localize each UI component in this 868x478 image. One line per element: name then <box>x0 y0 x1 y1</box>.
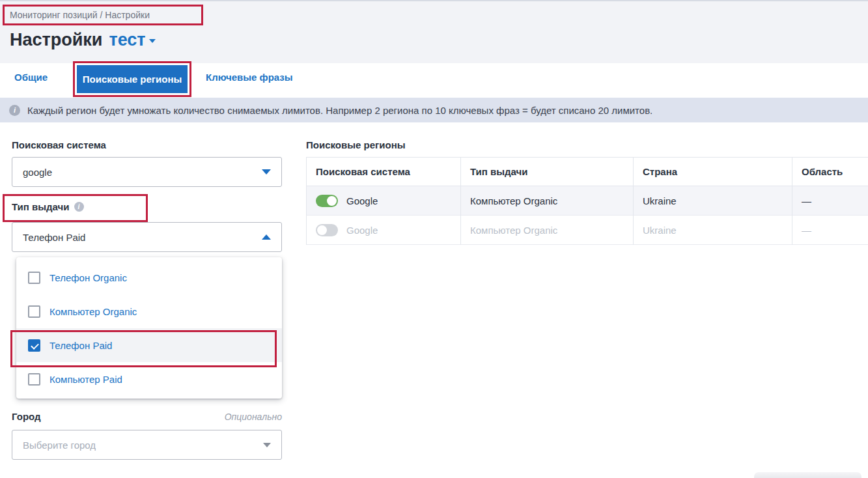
tab-search-regions[interactable]: Поисковые регионы <box>77 65 188 93</box>
info-icon[interactable] <box>74 202 84 212</box>
city-select[interactable]: Выберите город <box>12 430 282 460</box>
checkbox-unchecked[interactable] <box>28 272 40 284</box>
chevron-up-icon <box>262 234 271 240</box>
page-title-text: Настройки <box>10 30 102 49</box>
annotation-box-breadcrumb: Мониторинг позиций / Настройки <box>3 5 203 25</box>
tab-bar: Общие Поисковые регионы Ключевые фразы <box>0 63 868 98</box>
breadcrumb[interactable]: Мониторинг позиций / Настройки <box>5 10 150 20</box>
option-label: Телефон Organic <box>49 272 127 283</box>
engine-name: Google <box>346 225 378 236</box>
country-cell: Ukraine <box>634 216 792 245</box>
regions-table-heading: Поисковые регионы <box>306 139 406 150</box>
serp-type-select[interactable]: Телефон Paid <box>12 222 282 252</box>
serp-type-cell: Компьютер Organic <box>461 186 634 216</box>
tab-general[interactable]: Общие <box>14 72 48 83</box>
option-label: Компьютер Organic <box>49 306 137 317</box>
toggle-knob <box>327 196 337 206</box>
info-icon <box>9 105 20 116</box>
widget-edge <box>754 472 861 478</box>
dropdown-option-phone-organic[interactable]: Телефон Organic <box>16 260 282 294</box>
info-banner-text: Каждый регион будет умножать количество … <box>27 105 652 116</box>
table-row: Google Компьютер Organic Ukraine — <box>307 216 868 245</box>
serp-type-value: Телефон Paid <box>23 232 262 243</box>
checkbox-unchecked[interactable] <box>28 373 40 386</box>
regions-table: Поисковая система Тип выдачи Страна Обла… <box>306 157 868 245</box>
table-row: Google Компьютер Organic Ukraine — <box>307 186 868 216</box>
tab-key-phrases[interactable]: Ключевые фразы <box>206 72 293 83</box>
dropdown-option-desktop-organic[interactable]: Компьютер Organic <box>16 294 282 328</box>
region-cell: — <box>792 216 868 245</box>
chevron-down-icon <box>262 169 271 175</box>
serp-type-cell: Компьютер Organic <box>461 216 634 245</box>
column-header-region: Область <box>792 158 868 186</box>
region-cell: — <box>792 186 868 216</box>
search-engine-value: google <box>23 167 262 178</box>
chevron-down-icon <box>149 39 156 43</box>
annotation-box-selected-option <box>10 330 277 367</box>
toggle-off[interactable] <box>316 224 338 236</box>
toggle-knob <box>317 225 327 235</box>
serp-type-dropdown: Телефон Organic Компьютер Organic Телефо… <box>16 257 282 399</box>
column-header-engine: Поисковая система <box>307 158 461 186</box>
chevron-down-icon <box>263 443 271 447</box>
city-placeholder: Выберите город <box>23 440 263 451</box>
option-label: Компьютер Paid <box>49 374 122 385</box>
column-header-serp-type: Тип выдачи <box>461 158 634 186</box>
annotation-box-active-tab: Поисковые регионы <box>73 61 191 97</box>
table-header-row: Поисковая система Тип выдачи Страна Обла… <box>307 158 868 186</box>
search-engine-label: Поисковая система <box>12 139 106 150</box>
regions-table-container: Поисковая система Тип выдачи Страна Обла… <box>306 157 868 245</box>
search-engine-select[interactable]: google <box>12 157 282 187</box>
optional-hint: Опционально <box>225 412 282 422</box>
city-field-header: Город Опционально <box>12 411 282 422</box>
column-header-country: Страна <box>634 158 792 186</box>
engine-name: Google <box>346 195 378 206</box>
country-cell: Ukraine <box>634 186 792 216</box>
info-banner: Каждый регион будет умножать количество … <box>0 98 868 122</box>
toggle-on[interactable] <box>316 195 338 207</box>
page-title: Настройкитест <box>10 30 156 50</box>
serp-type-label: Тип выдачи <box>12 201 84 212</box>
project-selector[interactable]: тест <box>109 30 145 49</box>
city-label: Город <box>12 411 41 422</box>
page-header: Мониторинг позиций / Настройки Настройки… <box>0 0 868 63</box>
serp-type-label-text: Тип выдачи <box>12 201 70 212</box>
checkbox-unchecked[interactable] <box>28 305 40 318</box>
